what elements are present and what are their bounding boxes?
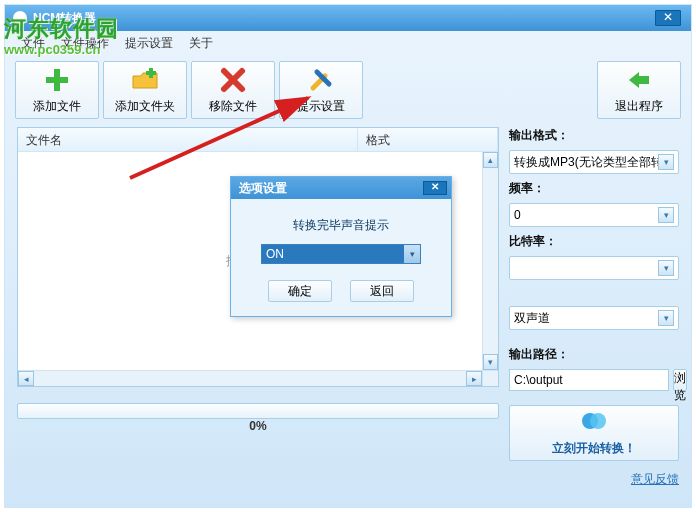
titlebar: NCM转换器 ✕ bbox=[5, 5, 691, 31]
convert-icon bbox=[580, 409, 608, 436]
svg-marker-8 bbox=[629, 72, 649, 88]
start-label: 立刻开始转换！ bbox=[552, 440, 636, 457]
channel-select[interactable]: 双声道 ▾ bbox=[509, 306, 679, 330]
add-folder-button[interactable]: 添加文件夹 bbox=[103, 61, 187, 119]
dialog-close-icon[interactable]: ✕ bbox=[423, 181, 447, 195]
start-convert-button[interactable]: 立刻开始转换！ bbox=[509, 405, 679, 461]
horizontal-scrollbar[interactable]: ◂ ▸ bbox=[18, 370, 482, 386]
progress-row: 0% bbox=[17, 401, 499, 421]
add-file-button[interactable]: 添加文件 bbox=[15, 61, 99, 119]
dialog-ok-button[interactable]: 确定 bbox=[268, 280, 332, 302]
scroll-corner bbox=[482, 370, 498, 386]
svg-rect-1 bbox=[46, 77, 68, 83]
dialog-prompt: 转换完毕声音提示 bbox=[293, 217, 389, 234]
browse-button[interactable]: 浏览 bbox=[673, 369, 687, 391]
tools-icon bbox=[307, 66, 335, 94]
toolbar: 添加文件 添加文件夹 移除文件 提示设置 退出程序 bbox=[5, 55, 691, 127]
menu-file-ops[interactable]: 文件操作 bbox=[55, 33, 115, 54]
dialog-title: 选项设置 bbox=[239, 180, 287, 197]
svg-point-10 bbox=[590, 413, 606, 429]
menu-file[interactable]: 文件 bbox=[15, 33, 51, 54]
dialog-titlebar: 选项设置 ✕ bbox=[231, 177, 451, 199]
hint-settings-button[interactable]: 提示设置 bbox=[279, 61, 363, 119]
chevron-down-icon: ▾ bbox=[658, 154, 674, 170]
output-path-input[interactable] bbox=[509, 369, 669, 391]
remove-file-label: 移除文件 bbox=[209, 98, 257, 115]
scroll-right-icon[interactable]: ▸ bbox=[466, 371, 482, 386]
progress-text: 0% bbox=[17, 419, 499, 433]
output-format-label: 输出格式： bbox=[509, 127, 679, 144]
folder-plus-icon bbox=[131, 66, 159, 94]
chevron-down-icon: ▾ bbox=[658, 207, 674, 223]
window-title: NCM转换器 bbox=[33, 10, 96, 27]
progress-bar bbox=[17, 403, 499, 419]
dialog-back-button[interactable]: 返回 bbox=[350, 280, 414, 302]
sound-hint-select[interactable]: ON ▾ bbox=[261, 244, 421, 264]
plus-icon bbox=[43, 66, 71, 94]
output-format-value: 转换成MP3(无论类型全部转换 bbox=[514, 154, 658, 171]
right-column: 输出格式： 转换成MP3(无论类型全部转换 ▾ 频率： 0 ▾ 比特率： ▾ 双… bbox=[509, 127, 679, 488]
sound-hint-value: ON bbox=[262, 247, 404, 261]
remove-icon bbox=[219, 66, 247, 94]
list-header: 文件名 格式 bbox=[18, 128, 498, 152]
column-format[interactable]: 格式 bbox=[358, 128, 498, 151]
scroll-down-icon[interactable]: ▾ bbox=[483, 354, 498, 370]
add-file-label: 添加文件 bbox=[33, 98, 81, 115]
output-path-label: 输出路径： bbox=[509, 346, 679, 363]
menubar: 文件 文件操作 提示设置 关于 bbox=[5, 31, 691, 55]
column-filename[interactable]: 文件名 bbox=[18, 128, 358, 151]
menu-hint-settings[interactable]: 提示设置 bbox=[119, 33, 179, 54]
add-folder-label: 添加文件夹 bbox=[115, 98, 175, 115]
chevron-down-icon: ▾ bbox=[658, 260, 674, 276]
samplerate-label: 频率： bbox=[509, 180, 679, 197]
bitrate-select[interactable]: ▾ bbox=[509, 256, 679, 280]
app-logo-icon bbox=[13, 11, 27, 25]
exit-label: 退出程序 bbox=[615, 98, 663, 115]
exit-icon bbox=[625, 66, 653, 94]
hint-settings-label: 提示设置 bbox=[297, 98, 345, 115]
bitrate-label: 比特率： bbox=[509, 233, 679, 250]
svg-rect-3 bbox=[146, 71, 156, 75]
exit-button[interactable]: 退出程序 bbox=[597, 61, 681, 119]
output-format-select[interactable]: 转换成MP3(无论类型全部转换 ▾ bbox=[509, 150, 679, 174]
vertical-scrollbar[interactable]: ▴ ▾ bbox=[482, 152, 498, 370]
menu-about[interactable]: 关于 bbox=[183, 33, 219, 54]
samplerate-value: 0 bbox=[514, 208, 658, 222]
scroll-left-icon[interactable]: ◂ bbox=[18, 371, 34, 386]
close-icon[interactable]: ✕ bbox=[655, 10, 681, 26]
chevron-down-icon: ▾ bbox=[658, 310, 674, 326]
feedback-link[interactable]: 意见反馈 bbox=[509, 471, 679, 488]
chevron-down-icon: ▾ bbox=[404, 245, 420, 263]
samplerate-select[interactable]: 0 ▾ bbox=[509, 203, 679, 227]
scroll-up-icon[interactable]: ▴ bbox=[483, 152, 498, 168]
remove-file-button[interactable]: 移除文件 bbox=[191, 61, 275, 119]
channel-value: 双声道 bbox=[514, 310, 658, 327]
options-dialog: 选项设置 ✕ 转换完毕声音提示 ON ▾ 确定 返回 bbox=[230, 176, 452, 317]
